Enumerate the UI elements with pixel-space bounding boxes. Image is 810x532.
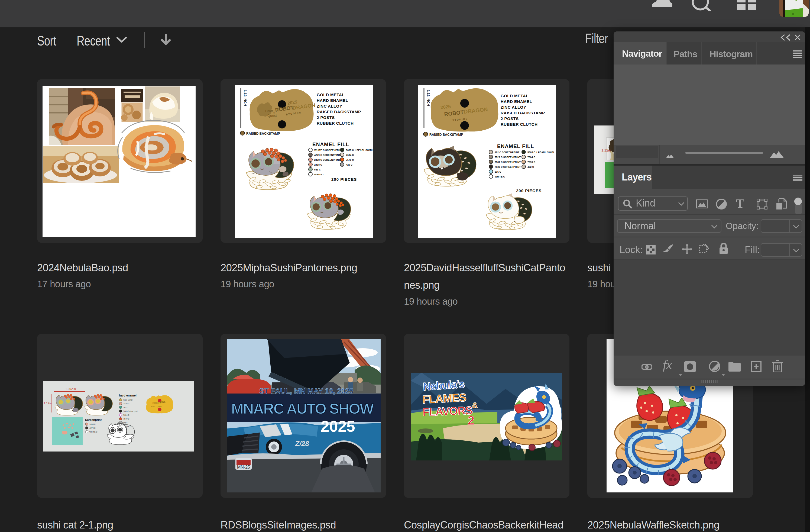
svg-text:Craft: Craft — [265, 109, 273, 113]
svg-text:RAISED BACKSTAMP: RAISED BACKSTAMP — [317, 110, 361, 114]
svg-text:2025: 2025 — [160, 401, 165, 403]
svg-text:429 C: 429 C — [346, 163, 353, 166]
svg-text:2438 C: 2438 C — [90, 423, 96, 425]
svg-text:2025: 2025 — [440, 104, 451, 110]
svg-text:7579 C: 7579 C — [123, 418, 129, 420]
svg-text:GOLD METAL: GOLD METAL — [317, 93, 344, 97]
svg-text:ENAMEL FILL: ENAMEL FILL — [312, 142, 349, 147]
svg-text:WHITE C SCREENPRINT: WHITE C SCREENPRINT — [314, 149, 343, 151]
svg-text:&: & — [472, 401, 478, 409]
svg-text:482 C: 482 C — [528, 165, 534, 168]
svg-text:WHITE C: WHITE C — [314, 173, 325, 176]
svg-text:2025: 2025 — [321, 418, 355, 435]
svg-text:MNARC AUTO SHOW: MNARC AUTO SHOW — [231, 400, 374, 417]
svg-text:ENAMEL FILL: ENAMEL FILL — [497, 143, 534, 149]
svg-text:7604 C: 7604 C — [346, 154, 354, 156]
svg-text:ZINC ALLOY: ZINC ALLOY — [501, 105, 526, 110]
svg-text:RUBBER CLUTCH: RUBBER CLUTCH — [317, 121, 354, 126]
svg-text:ZINC ALLOY: ZINC ALLOY — [317, 104, 342, 108]
svg-text:GOLD METAL: GOLD METAL — [501, 94, 529, 98]
svg-text:ROBOT: ROBOT — [152, 402, 161, 404]
svg-text:hard enamel: hard enamel — [119, 394, 136, 397]
svg-text:1.12in: 1.12in — [44, 402, 52, 405]
svg-text:7531 C SCREENPRINT: 7531 C SCREENPRINT — [495, 161, 521, 163]
svg-text:Craft x Quest: Craft x Quest — [151, 405, 161, 408]
svg-text:WHITE C: WHITE C — [495, 175, 505, 178]
svg-text:RAISED BACKSTAMP: RAISED BACKSTAMP — [501, 111, 545, 115]
svg-text:5605 C + PEARL SWIRL: 5605 C + PEARL SWIRL — [528, 151, 555, 154]
svg-text:4279 C: 4279 C — [90, 427, 96, 429]
svg-text:2438 C: 2438 C — [314, 163, 322, 166]
svg-text:HARD ENAMEL: HARD ENAMEL — [317, 98, 348, 103]
svg-text:Gold Metal: Gold Metal — [123, 399, 132, 401]
svg-text:7604 C: 7604 C — [528, 156, 536, 159]
svg-text:RAISED BACKSTAMP: RAISED BACKSTAMP — [430, 133, 463, 136]
svg-text:RUBBER CLUTCH: RUBBER CLUTCH — [501, 122, 538, 127]
svg-text:200 PIECES: 200 PIECES — [516, 188, 541, 193]
svg-text:4279 C SCREENPRINT: 4279 C SCREENPRINT — [314, 154, 341, 156]
svg-text:1.12 INCH: 1.12 INCH — [426, 90, 431, 106]
svg-text:5605 C=last post: 5605 C=last post — [123, 410, 137, 413]
svg-text:HARD ENAMEL: HARD ENAMEL — [501, 99, 532, 104]
svg-text:2438 C SCREENPRINT: 2438 C SCREENPRINT — [314, 159, 341, 161]
svg-text:2: 2 — [468, 413, 475, 428]
svg-text:Quest: Quest — [268, 114, 277, 118]
svg-text:Z/28: Z/28 — [295, 439, 309, 448]
svg-text:200 PIECES: 200 PIECES — [331, 177, 357, 181]
svg-text:563 C: 563 C — [123, 406, 128, 408]
svg-text:ST PAUL, MN MAY 18, 2025: ST PAUL, MN MAY 18, 2025 — [259, 387, 354, 395]
svg-text:FLAVORS: FLAVORS — [422, 404, 473, 418]
svg-text:2 POSTS: 2 POSTS — [317, 115, 335, 120]
svg-text:WHITE C: WHITE C — [90, 431, 98, 433]
svg-text:635 C: 635 C — [495, 171, 501, 173]
svg-text:FLAMES: FLAMES — [422, 391, 467, 406]
svg-text:7604 C: 7604 C — [123, 414, 129, 416]
svg-text:563 C: 563 C — [314, 168, 321, 171]
svg-text:Screenprint: Screenprint — [85, 418, 101, 421]
svg-text:7579 C: 7579 C — [346, 159, 354, 161]
svg-text:1.12 INCH: 1.12 INCH — [243, 90, 247, 106]
svg-text:MN-25: MN-25 — [237, 465, 250, 469]
svg-text:1.12in: 1.12in — [601, 148, 611, 152]
svg-text:RAISED BACKSTAMP: RAISED BACKSTAMP — [246, 132, 280, 135]
svg-text:7533 C SCREENPRINT: 7533 C SCREENPRINT — [495, 165, 521, 168]
svg-text:5605 C + PEARL SWIRL: 5605 C + PEARL SWIRL — [346, 149, 373, 151]
svg-text:2438 C: 2438 C — [123, 403, 129, 405]
svg-text:7590 C: 7590 C — [528, 161, 536, 163]
svg-text:1.602 in: 1.602 in — [65, 387, 76, 390]
svg-text:2 POSTS: 2 POSTS — [501, 116, 519, 121]
svg-text:482 C SCREENPRINT: 482 C SCREENPRINT — [495, 151, 520, 154]
svg-text:7529 C SCREENPRINT: 7529 C SCREENPRINT — [495, 156, 521, 159]
